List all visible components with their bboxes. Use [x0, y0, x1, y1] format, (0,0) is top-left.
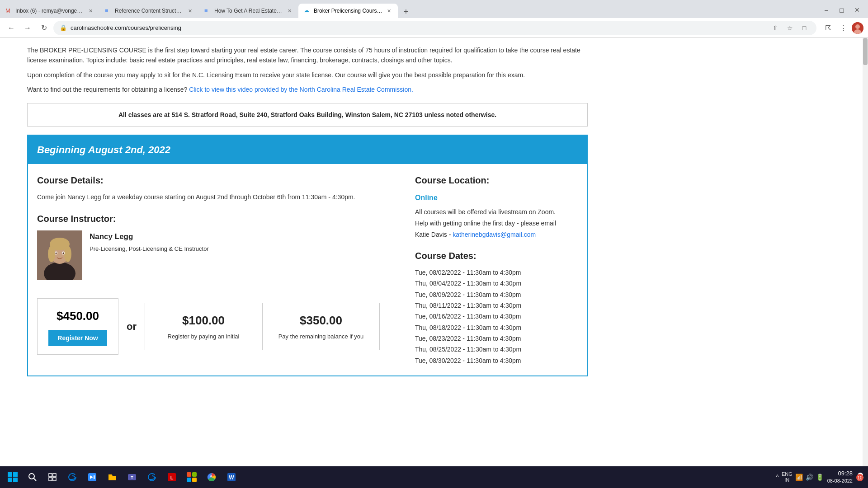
remaining-price-desc: Pay the remaining balance if you — [272, 332, 370, 342]
location-text-1: All courses will be offered via livestre… — [415, 207, 578, 217]
date-item: Tue, 08/30/2022 - 11:30am to 4:30pm — [415, 356, 578, 366]
svg-rect-20 — [53, 474, 56, 477]
edge2-taskbar-button[interactable] — [143, 468, 161, 486]
svg-point-8 — [64, 246, 71, 262]
edge-taskbar-button[interactable] — [63, 468, 81, 486]
clock-date: 08-08-2022 — [827, 478, 853, 484]
instructor-name: Nancy Legg — [90, 230, 209, 243]
taskbar-right: ^ ENGIN 📶 🔊 🔋 09:28 08-08-2022 10 — [776, 469, 864, 485]
task-view-button[interactable] — [43, 468, 61, 486]
word-taskbar-button[interactable]: W — [222, 468, 241, 486]
svg-point-17 — [29, 474, 34, 479]
tab-gmail-close[interactable]: ✕ — [87, 7, 94, 14]
forward-button[interactable]: → — [21, 21, 34, 35]
dates-list: Tue, 08/02/2022 - 11:30am to 4:30pmThu, … — [415, 267, 578, 366]
svg-rect-33 — [192, 478, 197, 482]
location-text-2: Help with getting online the first day -… — [415, 219, 578, 228]
svg-rect-14 — [13, 472, 18, 477]
svg-point-12 — [63, 252, 64, 254]
svg-rect-16 — [13, 478, 18, 482]
scrollbar[interactable] — [863, 38, 868, 488]
browser-right-icons: ☈ ⋮ — [821, 21, 863, 35]
store-taskbar-button[interactable] — [183, 468, 201, 486]
svg-text:W: W — [229, 474, 234, 481]
broker-favicon: ☁ — [304, 7, 311, 14]
lumetri-taskbar-button[interactable]: L — [163, 468, 181, 486]
profile-avatar[interactable] — [852, 22, 863, 34]
full-price-box: $450.00 Register Now — [37, 298, 118, 355]
initial-price-box: $100.00 Register by paying an initial — [145, 303, 262, 350]
gmail-favicon: M — [5, 7, 13, 14]
location-email-link[interactable]: katherinebgdavis@gmail.com — [453, 231, 536, 238]
scrollbar-thumb[interactable] — [863, 38, 868, 65]
bookmark-icon[interactable]: ☆ — [784, 22, 796, 34]
sidebar-toggle-icon[interactable]: □ — [798, 22, 810, 34]
svg-rect-13 — [8, 472, 12, 477]
back-button[interactable]: ← — [5, 21, 18, 35]
svg-rect-15 — [8, 478, 12, 482]
address-box[interactable]: 🔒 carolinaschoolre.com/courses/prelicens… — [53, 21, 816, 35]
page-wrapper: The BROKER PRE-LICENSING COURSE is the f… — [0, 38, 868, 488]
minimize-button[interactable]: – — [820, 4, 833, 16]
svg-text:L: L — [170, 475, 174, 480]
date-item: Tue, 08/09/2022 - 11:30am to 4:30pm — [415, 290, 578, 300]
tab-broker-close[interactable]: ✕ — [385, 7, 392, 14]
address-text: carolinaschoolre.com/courses/prelicensin… — [71, 24, 766, 31]
course-header: Beginning August 2nd, 2022 — [28, 136, 587, 164]
teams-taskbar-button[interactable]: T — [123, 468, 141, 486]
close-button[interactable]: ✕ — [851, 4, 863, 16]
course-right: Course Location: Online All courses will… — [415, 173, 578, 366]
svg-line-18 — [34, 479, 37, 481]
share-icon[interactable]: ⇧ — [769, 22, 781, 34]
start-button[interactable] — [4, 468, 22, 486]
tab-license-close[interactable]: ✕ — [286, 7, 293, 14]
svg-rect-21 — [49, 478, 52, 481]
date-item: Tue, 08/16/2022 - 11:30am to 4:30pm — [415, 311, 578, 321]
notification-button[interactable]: 10 — [856, 472, 864, 482]
date-item: Tue, 08/02/2022 - 11:30am to 4:30pm — [415, 267, 578, 277]
or-divider: or — [118, 319, 145, 334]
intro-3-prefix: Want to find out the requirements for ob… — [27, 86, 187, 93]
svg-rect-32 — [187, 478, 191, 482]
license-favicon: ≡ — [204, 7, 212, 14]
initial-price-amount: $100.00 — [154, 311, 253, 330]
instructor-image — [37, 230, 82, 280]
search-taskbar-button[interactable] — [24, 468, 42, 486]
window-controls: – ◻ ✕ — [820, 4, 868, 18]
tab-bar: M Inbox (6) - remya@vongeyer... ✕ ≡ Refe… — [0, 0, 868, 18]
taskbar-clock[interactable]: 09:28 08-08-2022 — [827, 469, 853, 485]
new-tab-button[interactable]: + — [400, 5, 412, 18]
wifi-icon[interactable]: 📶 — [795, 474, 803, 481]
tab-gmail[interactable]: M Inbox (6) - remya@vongeyer... ✕ — [0, 4, 99, 18]
instructor-photo — [37, 230, 82, 280]
tray-chevron[interactable]: ^ — [776, 474, 779, 481]
location-contact: Katie Davis - katherinebgdavis@gmail.com — [415, 230, 578, 239]
menu-button[interactable]: ⋮ — [836, 21, 850, 35]
zoom-taskbar-button[interactable] — [83, 468, 101, 486]
files-taskbar-button[interactable] — [103, 468, 121, 486]
tab-ref-close[interactable]: ✕ — [186, 7, 193, 14]
volume-icon[interactable]: 🔊 — [806, 474, 813, 481]
video-link[interactable]: Click to view this video provided by the… — [189, 86, 413, 93]
tab-broker[interactable]: ☁ Broker Prelicensing Course | Car... ✕ — [298, 4, 398, 18]
remaining-price-amount: $350.00 — [272, 311, 370, 330]
register-now-button[interactable]: Register Now — [48, 330, 107, 346]
instructor-info: Nancy Legg Pre-Licensing, Post-Licensing… — [37, 230, 401, 280]
tab-reference[interactable]: ≡ Reference Content Structure - G... ✕ — [99, 4, 199, 18]
course-section: Beginning August 2nd, 2022 Course Detail… — [27, 135, 588, 376]
tab-license[interactable]: ≡ How To Get A Real Estate License... ✕ — [199, 4, 298, 18]
tab-broker-label: Broker Prelicensing Course | Car... — [314, 8, 382, 14]
svg-rect-22 — [53, 478, 56, 481]
ref-favicon: ≡ — [105, 7, 112, 14]
chrome-taskbar-button[interactable] — [203, 468, 221, 486]
svg-rect-19 — [49, 474, 52, 477]
extensions-button[interactable]: ☈ — [821, 21, 835, 35]
maximize-button[interactable]: ◻ — [835, 4, 848, 16]
battery-icon[interactable]: 🔋 — [816, 474, 824, 481]
edge-taskbar-icon — [67, 472, 77, 482]
reload-button[interactable]: ↻ — [37, 21, 51, 35]
course-body: Course Details: Come join Nancy Legg for… — [28, 164, 587, 375]
online-link[interactable]: Online — [415, 192, 578, 204]
avatar-image — [852, 22, 863, 34]
date-item: Thu, 08/11/2022 - 11:30am to 4:30pm — [415, 300, 578, 310]
